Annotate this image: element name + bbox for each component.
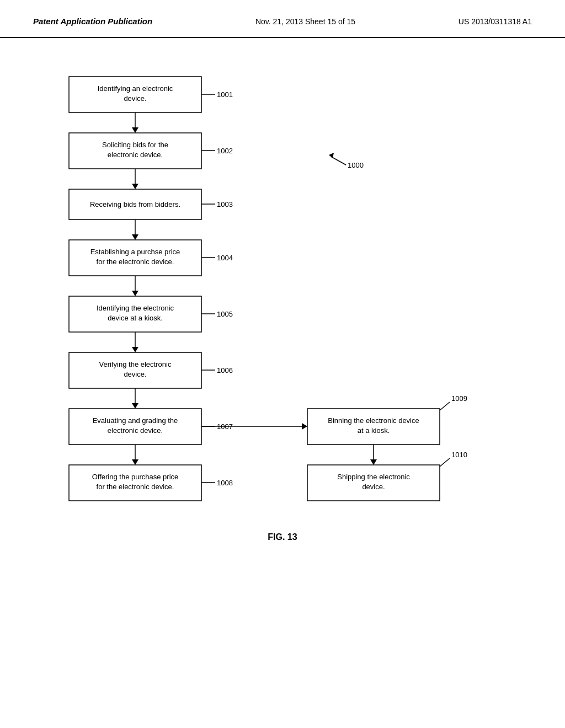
label-line-1010 [440, 458, 450, 467]
box-1001-line2: device. [124, 94, 146, 103]
page-header: Patent Application Publication Nov. 21, … [0, 0, 565, 38]
header-date-sheet: Nov. 21, 2013 Sheet 15 of 15 [255, 17, 355, 26]
label-1004: 1004 [217, 254, 233, 262]
box-1009-line2: at a kiosk. [358, 426, 390, 435]
box-1008-line2: for the electronic device. [97, 483, 174, 491]
box-1007-line2: electronic device. [108, 426, 163, 435]
box-1001-line1: Identifying an electronic [98, 84, 173, 93]
label-1003: 1003 [217, 200, 233, 208]
arrowhead-1007-1009 [302, 423, 307, 430]
box-1009-line1: Binning the electronic device [328, 416, 419, 425]
figure-caption: FIG. 13 [268, 532, 297, 542]
arrowhead-1006-1007 [132, 403, 138, 409]
box-1008-line1: Offering the purchase price [92, 473, 179, 481]
flowchart-svg: Identifying an electronic device. 1001 S… [33, 60, 532, 711]
box-1006-line1: Verifying the electronic [99, 360, 172, 368]
page: Patent Application Publication Nov. 21, … [0, 0, 565, 728]
arrowhead-1004-1005 [132, 291, 138, 296]
box-1005-line2: device at a kiosk. [108, 314, 163, 322]
arrowhead-1005-1006 [132, 347, 138, 352]
box-1007-line1: Evaluating and grading the [93, 416, 178, 425]
header-patent-number: US 2013/0311318 A1 [459, 17, 532, 26]
box-1006-line2: device. [124, 370, 146, 378]
box-1004-line2: for the electronic device. [97, 258, 174, 266]
box-1010-line2: device. [362, 483, 385, 491]
arrowhead-1007-1008 [132, 459, 138, 465]
diagram-area: Identifying an electronic device. 1001 S… [0, 38, 565, 728]
label-1006: 1006 [217, 366, 233, 374]
label-1002: 1002 [217, 147, 233, 155]
label-line-1000 [331, 157, 346, 165]
label-1000: 1000 [348, 161, 364, 169]
label-line-1009 [440, 402, 450, 410]
arrowhead-1001-1002 [132, 127, 138, 133]
box-1003-text: Receiving bids from bidders. [90, 200, 180, 208]
arrowhead-1009-1010 [370, 459, 377, 465]
label-1008: 1008 [217, 479, 233, 487]
arrowhead-1002-1003 [132, 184, 138, 189]
label-1005: 1005 [217, 310, 233, 318]
box-1002-line2: electronic device. [108, 151, 163, 159]
box-1005-line1: Identifying the electronic [97, 304, 174, 312]
box-1010-line1: Shipping the electronic [337, 473, 410, 481]
arrowhead-1003-1004 [132, 234, 138, 240]
label-1009: 1009 [451, 394, 467, 403]
label-1001: 1001 [217, 90, 233, 99]
box-1002-line1: Soliciting bids for the [102, 141, 168, 149]
header-publication-label: Patent Application Publication [33, 17, 152, 26]
label-1010: 1010 [451, 451, 467, 459]
box-1004-line1: Establishing a purchse price [90, 248, 180, 256]
